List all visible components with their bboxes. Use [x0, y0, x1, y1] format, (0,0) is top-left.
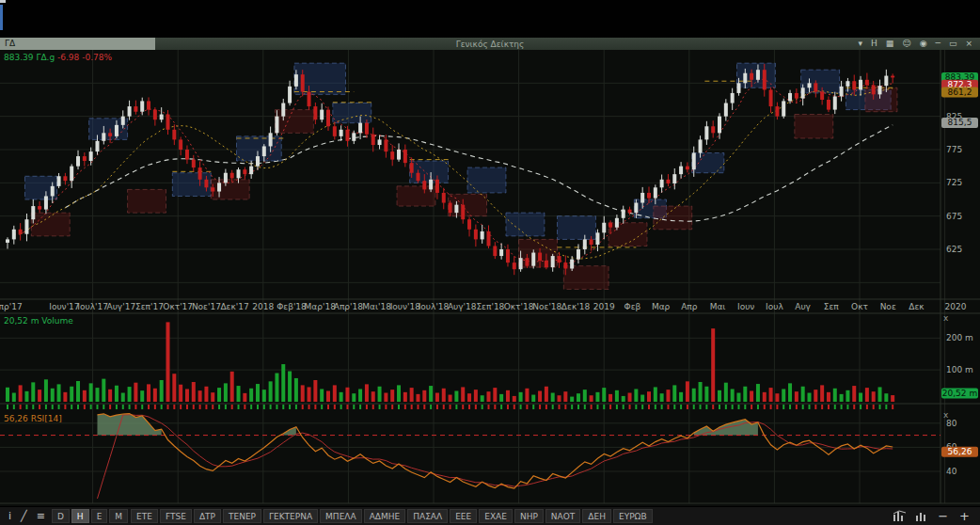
time-axis-label: Δεκ'17: [220, 302, 248, 311]
window-controls: ▾H▦☺◉─▭×: [858, 38, 980, 50]
time-axis-label: Μαρ'18: [305, 302, 337, 311]
svg-text:815,5: 815,5: [948, 118, 972, 127]
bar-chart-icon[interactable]: [915, 510, 928, 522]
symbol-button-ΑΔΜΗΕ[interactable]: ΑΔΜΗΕ: [364, 509, 406, 523]
time-axis-label: 2020: [945, 302, 967, 311]
chart-window-titlebar[interactable]: ΓΔ Γενικός Δείκτης ▾H▦☺◉─▭×: [0, 38, 980, 50]
time-axis-label: Φεβ'18: [277, 302, 307, 311]
time-axis-label: Οκτ: [851, 302, 868, 311]
time-axis-label: Φεβ: [624, 302, 641, 311]
time-axis-label: Απρ'18: [334, 302, 363, 311]
svg-text:56,26: 56,26: [948, 447, 972, 456]
svg-text:100 m: 100 m: [946, 365, 973, 374]
svg-text:725: 725: [946, 178, 962, 187]
time-axis-label: Σεπ'18: [476, 302, 504, 311]
chart-tab[interactable]: ΓΔ: [0, 38, 155, 50]
chart-tab-label: ΓΔ: [5, 39, 15, 48]
time-axis-label: Ιουλ'18: [419, 302, 450, 311]
symbol-button-ΕΧΑΕ[interactable]: ΕΧΑΕ: [479, 509, 513, 523]
time-axis-label: Οκτ'18: [504, 302, 534, 311]
symbol-button-ΜΠΕΛΑ[interactable]: ΜΠΕΛΑ: [320, 509, 362, 523]
background-window-sliver: [0, 5, 3, 30]
bottom-toolbar: i╱≡ DHEM ΕΤΕFTSEΔΤΡΤΕΝΕΡΓΕΚΤΕΡΝΑΜΠΕΛΑΑΔΜ…: [0, 506, 980, 525]
background-artifact: [0, 0, 6, 3]
time-axis-label: Ιουν'18: [390, 302, 421, 311]
time-axis-label: Ιουλ'17: [77, 302, 108, 311]
time-axis-label: Νοε'18: [532, 302, 561, 311]
symbol-button-ΔΤΡ[interactable]: ΔΤΡ: [194, 509, 221, 523]
time-axis-label: Αυγ'18: [448, 302, 477, 311]
svg-text:775: 775: [946, 145, 962, 154]
time-axis-label: Σεπ: [824, 302, 840, 311]
symbol-buttons: ΕΤΕFTSEΔΤΡΤΕΝΕΡΓΕΚΤΕΡΝΑΜΠΕΛΑΑΔΜΗΕΠΑΣΑΛΕΕ…: [131, 509, 653, 523]
symbol-button-FTSE[interactable]: FTSE: [160, 509, 192, 523]
svg-text:625: 625: [946, 245, 962, 254]
window-restore-button[interactable]: ▭: [949, 38, 957, 50]
volume-close-button: x: [943, 313, 949, 323]
rsi-close-button: x: [943, 410, 949, 420]
window-hold-button[interactable]: H: [871, 38, 877, 50]
symbol-button-ΠΑΣΑΛ[interactable]: ΠΑΣΑΛ: [407, 509, 448, 523]
toolbar-right-icons: − +: [893, 509, 975, 524]
timeframe-button-D[interactable]: D: [52, 509, 70, 523]
time-axis-label: Μαι'18: [362, 302, 391, 311]
draw-icon[interactable]: ╱: [17, 509, 31, 524]
symbol-button-ΝΗΡ[interactable]: ΝΗΡ: [514, 509, 544, 523]
time-axis-label: Νοε'17: [192, 302, 221, 311]
svg-text:20,52 m: 20,52 m: [942, 389, 977, 398]
indicator-list-icon[interactable]: ≡: [33, 509, 49, 524]
time-axis-label: Σεπ'17: [135, 302, 164, 311]
trading-app-window: ΓΔ Γενικός Δείκτης ▾H▦☺◉─▭× 825775725675…: [0, 0, 980, 525]
time-axis-label: Νοε: [880, 302, 896, 311]
window-dropdown-button[interactable]: ▾: [858, 38, 862, 50]
chart-canvas[interactable]: 825775725675625200 m100 m406080xxΑπρ'17Ι…: [0, 50, 980, 506]
symbol-button-ΕΥΡΩΒ[interactable]: ΕΥΡΩΒ: [613, 509, 653, 523]
zoom-in-button[interactable]: +: [957, 509, 972, 524]
window-minimize-button[interactable]: ─: [936, 38, 940, 50]
window-snapshot-button[interactable]: ◉: [920, 38, 927, 50]
zoom-out-button[interactable]: −: [936, 509, 950, 524]
time-axis-label: Οκτ'17: [163, 302, 193, 311]
window-save-button[interactable]: ▦: [886, 38, 894, 50]
time-axis-label: Δεκ: [909, 302, 925, 311]
time-axis-label: Μαρ: [652, 302, 671, 311]
time-axis-label: Αυγ'17: [106, 302, 135, 311]
svg-text:200 m: 200 m: [946, 333, 973, 342]
svg-text:675: 675: [946, 212, 962, 221]
time-axis-label: Ιουν: [737, 302, 754, 311]
candlestick-chart-icon[interactable]: [893, 510, 908, 522]
symbol-button-ΤΕΝΕΡ[interactable]: ΤΕΝΕΡ: [223, 509, 261, 523]
symbol-button-ΔΕΗ[interactable]: ΔΕΗ: [582, 509, 611, 523]
symbol-button-ΕΤΕ[interactable]: ΕΤΕ: [131, 509, 158, 523]
chart-area[interactable]: 825775725675625200 m100 m406080xxΑπρ'17Ι…: [0, 50, 980, 506]
time-axis-label: 2019: [593, 302, 615, 311]
toolbar-left-icons: i╱≡: [5, 509, 49, 524]
timeframe-button-H[interactable]: H: [71, 509, 89, 523]
timeframe-button-E[interactable]: E: [91, 509, 108, 523]
time-axis-label: Αυγ: [795, 302, 811, 311]
timeframe-button-M[interactable]: M: [109, 509, 128, 523]
svg-text:80: 80: [946, 419, 957, 428]
time-axis-label: Απρ'17: [0, 302, 23, 311]
symbol-button-ΝΑΟΤ[interactable]: ΝΑΟΤ: [545, 509, 580, 523]
window-close-button[interactable]: ×: [965, 38, 972, 50]
svg-text:40: 40: [946, 467, 957, 476]
time-axis-label: Ιουλ: [766, 302, 783, 311]
info-icon[interactable]: i: [5, 509, 15, 524]
timeframe-buttons: DHEM: [52, 509, 128, 523]
time-axis-label: 2018: [252, 302, 274, 311]
symbol-button-ΓΕΚΤΕΡΝΑ[interactable]: ΓΕΚΤΕΡΝΑ: [263, 509, 318, 523]
window-feedback-button[interactable]: ☺: [902, 38, 910, 50]
desktop-background: [0, 0, 980, 38]
time-axis-label: Απρ: [681, 302, 698, 311]
time-axis-label: Δεκ'18: [561, 302, 591, 311]
time-axis-label: Μαι: [710, 302, 726, 311]
svg-text:861,2: 861,2: [948, 88, 972, 97]
symbol-button-ΕΕΕ[interactable]: ΕΕΕ: [450, 509, 477, 523]
time-axis-label: Ιουν'17: [49, 302, 79, 311]
